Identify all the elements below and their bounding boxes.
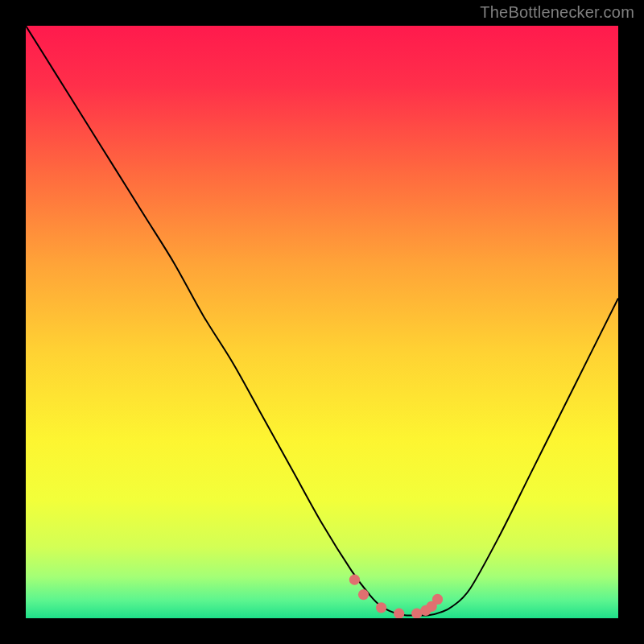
highlight-dot [358, 589, 369, 600]
highlight-dot [394, 608, 404, 618]
highlight-dot [432, 594, 443, 605]
highlight-dots [349, 575, 443, 618]
attribution-text: TheBottlenecker.com [480, 3, 634, 22]
highlight-dot [376, 602, 386, 613]
bottleneck-curve [26, 26, 618, 618]
plot-area [26, 26, 618, 618]
chart-frame: TheBottlenecker.com [0, 0, 644, 644]
curve-line [26, 26, 618, 616]
highlight-dot [349, 575, 360, 585]
